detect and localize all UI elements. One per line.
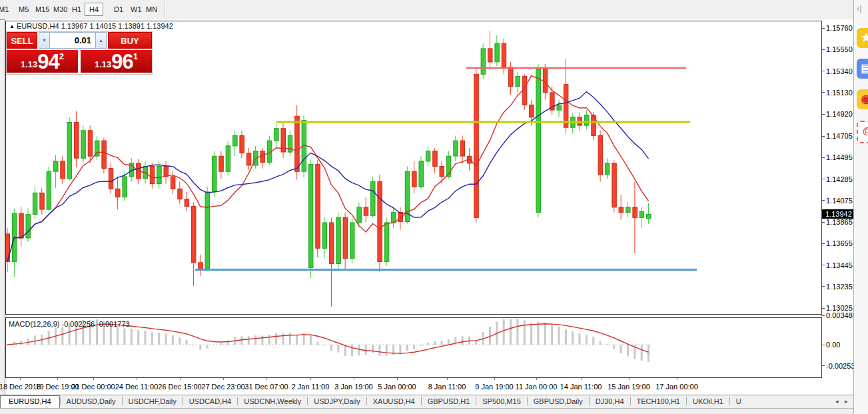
- symbol-tab-eurusd-h4[interactable]: EURUSD,H4: [0, 395, 60, 409]
- macd-histogram-bar: [372, 345, 374, 353]
- candle-body: [33, 193, 37, 214]
- favorites-star-icon[interactable]: ★: [857, 28, 868, 48]
- tabs-scroll-left-button[interactable]: ◂: [835, 398, 839, 405]
- time-tick: [536, 378, 537, 380]
- symbol-tab-u[interactable]: U: [730, 395, 747, 409]
- buy-price-main: 96: [111, 50, 133, 73]
- macd-histogram-bar: [648, 345, 650, 362]
- candle-body: [336, 217, 341, 263]
- macd-axis-label: -0.00253: [826, 362, 855, 370]
- candle-body: [619, 207, 624, 213]
- collapse-triangle-icon[interactable]: ▲: [9, 23, 15, 29]
- candle-body: [536, 69, 541, 213]
- macd-histogram-bar: [600, 341, 602, 345]
- candle-body: [543, 69, 548, 93]
- volume-input[interactable]: 0.01: [49, 32, 96, 49]
- timeframe-button-mn[interactable]: MN: [143, 5, 160, 14]
- time-axis-label: 5 Jan 00:00: [378, 383, 416, 391]
- timeframe-button-m15[interactable]: M15: [33, 5, 52, 14]
- symbol-tab-usdchf-daily[interactable]: USDCHF,Daily: [123, 395, 183, 409]
- symbol-tab-usdcad-h4[interactable]: USDCAD,H4: [183, 395, 238, 409]
- candle-body: [530, 105, 534, 117]
- symbol-tab-gbpusd-h1[interactable]: GBPUSD,H1: [422, 395, 476, 409]
- candle-body: [516, 76, 520, 86]
- price-tick: [821, 136, 825, 137]
- symbol-tab-audusd-daily[interactable]: AUDUSD,Daily: [61, 395, 122, 409]
- time-tick: [20, 378, 21, 380]
- macd-histogram-bar: [606, 344, 608, 345]
- macd-axis-label: 0.00: [826, 341, 840, 349]
- sell-price-panel[interactable]: 1.13942: [7, 50, 78, 73]
- candle-body: [240, 136, 244, 153]
- timeframe-button-m30[interactable]: M30: [51, 5, 70, 14]
- candle-body: [343, 217, 348, 258]
- candle-body: [584, 115, 589, 125]
- macd-histogram-bar: [337, 345, 339, 353]
- candle-body: [295, 116, 300, 171]
- sell-button[interactable]: SELL: [7, 32, 37, 49]
- timeframe-button-d1[interactable]: D1: [111, 5, 126, 14]
- price-tick: [821, 114, 825, 115]
- candle-body: [26, 215, 31, 238]
- price-axis-label: 1.13445: [826, 261, 853, 269]
- macd-histogram-bar: [358, 345, 360, 355]
- macd-histogram-bar: [434, 341, 436, 345]
- time-tick: [677, 378, 677, 380]
- time-axis-label: 26 Dec 15:00: [158, 383, 201, 391]
- macd-histogram-bar: [441, 341, 443, 345]
- timeframe-toolbar: M1M5M15M30H1H4D1W1MN: [0, 0, 853, 20]
- news-widget-icon[interactable]: ▤: [857, 59, 868, 79]
- macd-histogram-bar: [613, 345, 615, 349]
- candle-body: [171, 177, 175, 189]
- price-tick: [821, 200, 825, 201]
- candle-body: [246, 153, 251, 165]
- symbol-tab-usdjpy-daily[interactable]: USDJPY,Daily: [308, 395, 366, 409]
- buy-price-panel[interactable]: 1.13961: [81, 50, 152, 73]
- candle-body: [474, 74, 479, 217]
- candle-body: [426, 151, 430, 161]
- timeframe-button-h4[interactable]: H4: [85, 3, 103, 16]
- time-axis-label: 9 Jan 19:00: [475, 383, 514, 391]
- symbol-tab-tech100-h1[interactable]: TECH100,H1: [631, 395, 686, 409]
- candle-body: [322, 223, 327, 248]
- sidebar-collapse-icon[interactable]: ‹|: [857, 3, 862, 13]
- symbol-tab-dj30-h4[interactable]: DJ30,H4: [590, 395, 630, 409]
- buy-button[interactable]: BUY: [108, 32, 152, 49]
- macd-histogram-bar: [248, 336, 250, 345]
- symbol-tab-xauusd-h4[interactable]: XAUUSD,H4: [367, 395, 421, 409]
- weibo-icon[interactable]: ◉: [857, 89, 868, 109]
- macd-histogram-bar: [179, 337, 181, 345]
- candle-body: [557, 105, 562, 110]
- time-tick: [629, 378, 630, 380]
- macd-histogram-bar: [503, 319, 505, 345]
- macd-histogram-bar: [516, 319, 518, 345]
- macd-histogram-bar: [61, 327, 63, 345]
- symbol-tab-usdcnh-weekly[interactable]: USDCNH,Weekly: [238, 395, 307, 409]
- macd-histogram-bar: [351, 345, 353, 357]
- time-axis-label: 27 Dec 23:00: [201, 383, 244, 391]
- symbol-tab-sp500-m15[interactable]: SP500,M15: [476, 395, 526, 409]
- timeframe-button-w1[interactable]: W1: [128, 5, 145, 14]
- symbol-tab-gbpusd-daily[interactable]: GBPUSD,Daily: [528, 395, 589, 409]
- candle-body: [185, 199, 189, 207]
- mail-at-icon[interactable]: @: [857, 121, 868, 143]
- candle-body: [371, 182, 376, 216]
- timeframe-button-m1[interactable]: M1: [0, 5, 11, 14]
- candle-body: [61, 161, 65, 179]
- tabs-scroll-right-button[interactable]: ▸: [845, 398, 848, 405]
- macd-histogram-bar: [586, 335, 588, 345]
- candle-body: [460, 141, 465, 156]
- timeframe-button-h1[interactable]: H1: [69, 5, 84, 14]
- candle-body: [6, 234, 10, 262]
- volume-decrease-button[interactable]: ▼: [39, 32, 50, 49]
- macd-histogram-bar: [427, 343, 429, 345]
- timeframe-button-m5[interactable]: M5: [16, 5, 31, 14]
- macd-histogram-bar: [268, 335, 270, 345]
- macd-histogram-bar: [20, 341, 22, 345]
- candle-body: [233, 136, 238, 146]
- macd-histogram-bar: [213, 345, 215, 345]
- symbol-tab-ukoil-h1[interactable]: UKOil,H1: [687, 395, 729, 409]
- volume-increase-button[interactable]: ▲: [95, 32, 107, 49]
- time-tick: [310, 378, 311, 380]
- candle-body: [419, 161, 424, 187]
